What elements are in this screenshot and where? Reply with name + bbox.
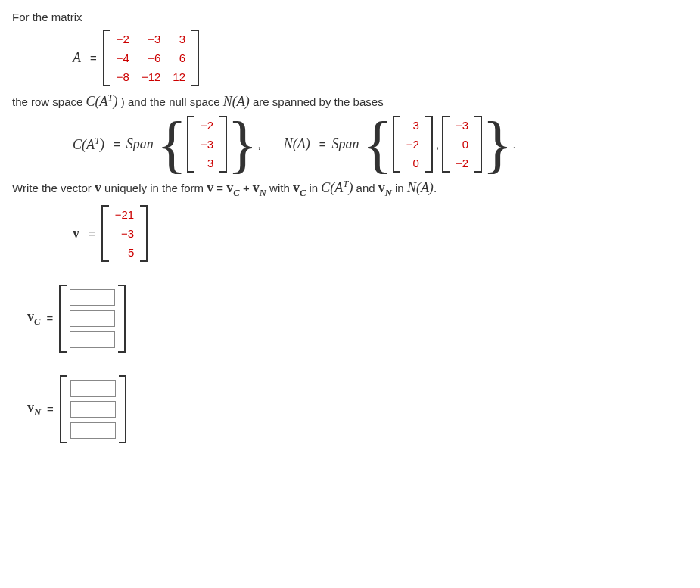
- vn-answer: vN =: [27, 375, 688, 443]
- vn-input-1[interactable]: [70, 380, 116, 397]
- vc-label: vC: [27, 309, 40, 328]
- matrix-A-definition: A = −2−33 −4−66 −8−1212: [73, 30, 688, 86]
- A-label: A: [73, 50, 81, 66]
- v-label: v: [73, 226, 79, 241]
- vc-input-1[interactable]: [70, 289, 115, 306]
- NA-label: N(A): [284, 136, 310, 152]
- vn-label: vN: [27, 400, 41, 418]
- row-null-space-text: the row space C(AT) ) and the null space…: [12, 92, 688, 110]
- vn-input-3[interactable]: [70, 422, 116, 439]
- intro-text: For the matrix: [12, 11, 688, 23]
- vector-v-definition: v = −21 −3 5: [73, 205, 688, 262]
- basis-NA-vector-2: −3 0 −2: [450, 116, 474, 173]
- basis-NA-vector-1: 3 −2 0: [400, 116, 425, 173]
- vc-input-3[interactable]: [70, 331, 115, 348]
- instruction-text: Write the vector v uniquely in the form …: [12, 179, 688, 199]
- vc-input-2[interactable]: [70, 310, 115, 327]
- bases-definition: C(AT) = Span { −2 −3 3 } , N(A) = Span {…: [73, 116, 688, 173]
- equals-sign: =: [90, 51, 97, 64]
- basis-CAT-vector: −2 −3 3: [194, 116, 219, 173]
- CAT-label: C(AT): [73, 135, 104, 153]
- vc-answer: vC =: [27, 285, 688, 353]
- matrix-A: −2−33 −4−66 −8−1212: [110, 30, 191, 86]
- vector-v: −21 −3 5: [109, 205, 140, 262]
- vn-input-2[interactable]: [70, 401, 116, 418]
